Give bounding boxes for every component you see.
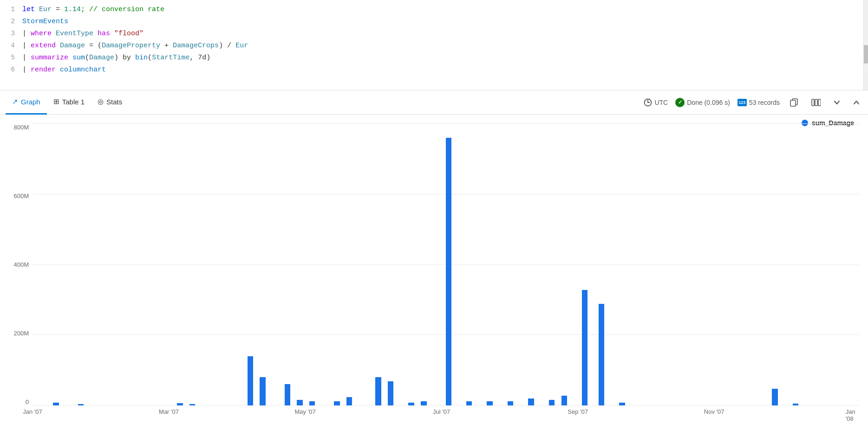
line-number: 6 [0,64,22,75]
toolbar-right: UTC ✓ Done (0.096 s) 123 53 records [644,96,862,109]
code-token: StartTime [152,54,189,62]
line-number: 1 [0,4,22,14]
code-token: ; // conversion rate [81,6,164,13]
code-line: 1let Eur = 1.14; // conversion rate [0,4,868,16]
copy-icon [790,98,798,107]
y-axis-label: 800M [13,124,29,131]
bar [446,138,451,405]
utc-label[interactable]: UTC [644,98,668,107]
y-axis-label: 200M [13,330,29,337]
table-icon: ⊞ [53,97,59,106]
line-number: 3 [0,28,22,39]
bar [248,356,253,405]
code-token: Eur [235,42,248,50]
result-toolbar: ↗ Graph ⊞ Table 1 ◎ Stats UTC ✓ Done (0.… [0,90,868,115]
y-axis: 0200M400M600M800M [0,124,33,405]
code-token: | [22,66,31,74]
expand-button[interactable] [831,97,843,108]
bar [297,400,302,405]
tab-stats[interactable]: ◎ Stats [91,90,129,115]
code-token: has [93,30,114,38]
chevron-down-icon [834,99,840,106]
bar [582,290,587,405]
code-token: columnchart [60,66,106,74]
line-number: 2 [0,16,22,26]
utc-text: UTC [654,99,668,106]
code-token: = ( [85,42,102,50]
x-axis-label: Mar '07 [159,408,179,415]
code-token: where [31,30,56,38]
line-number: 5 [0,52,22,63]
bar [388,381,393,405]
x-axis-label: Jul '07 [433,408,450,415]
chevron-up-icon [853,99,860,106]
svg-rect-5 [812,99,814,106]
x-axis-label: Sep '07 [568,408,588,415]
records-icon: 123 [737,99,747,106]
code-line: 5| summarize sum(Damage) by bin(StartTim… [0,52,868,64]
code-token: ) by [114,54,135,62]
bar [334,401,339,405]
records-badge: 123 53 records [737,99,780,106]
code-token: EventType [56,30,93,38]
y-axis-label: 600M [13,193,29,199]
code-token: + [160,42,173,50]
line-number: 4 [0,40,22,51]
tab-table1[interactable]: ⊞ Table 1 [47,90,91,115]
clock-icon [644,98,652,107]
code-token: render [31,66,60,74]
x-axis-label: May '07 [295,408,316,415]
bar [309,401,315,405]
bar [375,377,381,405]
y-axis-label: 0 [26,398,29,405]
code-token: Damage [60,42,85,50]
code-token: ) / [219,42,235,50]
bar [772,389,777,405]
svg-rect-7 [818,99,821,106]
code-token: ( [85,54,89,62]
tab-stats-label: Stats [106,98,122,106]
code-content: | extend Damage = (DamageProperty + Dama… [22,40,868,51]
columns-icon [811,98,821,107]
code-line: 4| extend Damage = (DamageProperty + Dam… [0,40,868,52]
bar [561,396,567,405]
tab-table1-label: Table 1 [62,98,85,106]
tab-graph[interactable]: ↗ Graph [6,90,47,115]
code-editor[interactable]: 1let Eur = 1.14; // conversion rate2Stor… [0,0,868,90]
code-content: | render columnchart [22,64,868,76]
code-token: , 7d) [189,54,210,62]
graph-icon: ↗ [12,97,18,106]
code-token: extend [31,42,60,50]
code-line: 3| where EventType has "flood" [0,28,868,40]
collapse-button[interactable] [850,97,862,108]
y-axis-label: 400M [13,261,29,268]
bar [346,397,352,405]
x-axis: Jan '07Mar '07May '07Jul '07Sep '07Nov '… [33,405,859,424]
bar [285,384,290,405]
done-badge: ✓ Done (0.096 s) [675,98,730,107]
records-text: 53 records [749,99,780,106]
code-token: Eur [39,6,52,13]
copy-button[interactable] [787,96,801,109]
code-token: ( [148,54,152,62]
bar [421,401,426,405]
bar [466,401,472,405]
bar [528,398,534,405]
bar [549,400,555,405]
code-token: DamageCrops [173,42,219,50]
bar [487,401,492,405]
scrollbar[interactable] [863,0,868,90]
chart-inner: 0200M400M600M800M Jan '07Mar '07May '07J… [0,124,868,424]
code-token: = [52,6,64,13]
bar [599,304,604,405]
columns-button[interactable] [809,96,823,109]
code-token: "flood" [114,30,144,38]
code-token: summarize [31,54,72,62]
code-token: StormEvents [22,18,68,26]
code-token: | [22,42,31,50]
x-axis-label: Jan '07 [23,408,42,415]
x-axis-label: Jan '08 [846,408,855,422]
code-token: | [22,30,31,38]
chart-canvas [33,124,859,405]
code-content: | summarize sum(Damage) by bin(StartTime… [22,52,868,64]
